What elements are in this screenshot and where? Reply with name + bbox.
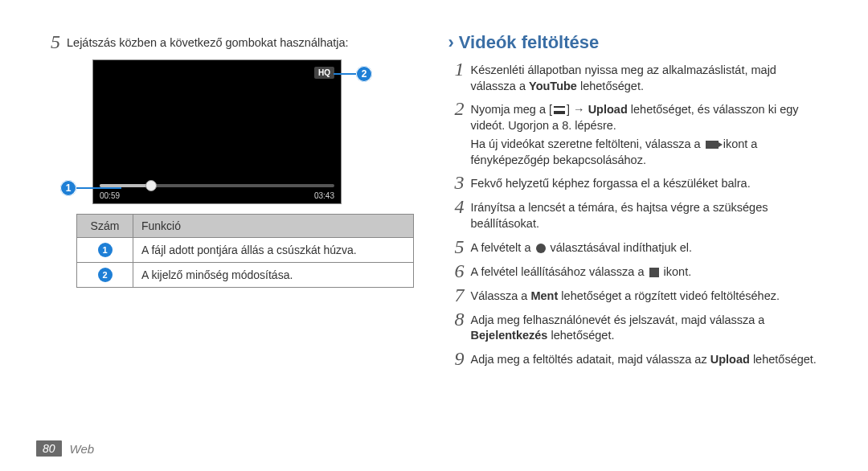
bold-text: Upload — [710, 353, 750, 366]
step-5: 5 Lejátszás közben a következő gombokat … — [44, 32, 420, 51]
function-table: Szám Funkció 1 A fájl adott pontjára áll… — [76, 214, 414, 288]
step-6: 6 A felvétel leállításához válassza a ik… — [448, 261, 825, 281]
chevron-icon: › — [448, 32, 454, 53]
menu-icon — [554, 106, 565, 114]
th-number: Szám — [77, 215, 133, 238]
step-number: 5 — [44, 32, 67, 51]
callout-circle-2: 2 — [356, 66, 372, 82]
step-2: 2 Nyomja meg a [] → Upload lehetőséget, … — [448, 99, 825, 168]
hq-badge[interactable]: HQ — [314, 67, 334, 79]
table-row: 2 A kijelző minőség módosítása. — [77, 263, 414, 288]
record-icon — [536, 244, 546, 253]
total-time: 03:43 — [314, 191, 334, 200]
td-function: A fájl adott pontjára állás a csúszkát h… — [133, 238, 414, 263]
step-number: 1 — [448, 59, 471, 79]
text: lehetőséget a rögzített videó feltöltésé… — [558, 289, 780, 302]
callout-circle-1: 1 — [60, 180, 76, 196]
step-4: 4 Irányítsa a lencsét a témára, és hajts… — [448, 197, 825, 231]
step-text: Készenléti állapotban nyissa meg az alka… — [471, 59, 825, 94]
text: lehetőséget. — [547, 329, 614, 342]
step-text: Irányítsa a lencsét a témára, és hajtsa … — [471, 197, 825, 231]
step-number: 7 — [448, 285, 471, 305]
th-function: Funkció — [133, 215, 414, 238]
step-text: Adja meg felhasználónevét és jelszavát, … — [471, 309, 825, 344]
section-title: › Videók feltöltése — [448, 32, 825, 53]
camera-icon — [706, 141, 719, 149]
bold-text: YouTube — [529, 80, 577, 92]
step-5: 5 A felvételt a választásával indíthatju… — [448, 237, 825, 256]
step-number: 9 — [448, 349, 471, 368]
page-container: 5 Lejátszás közben a következő gombokat … — [0, 0, 868, 381]
bold-text: Upload — [588, 103, 628, 116]
seek-bar[interactable] — [93, 184, 341, 187]
text: Ha új videókat szeretne feltölteni, vála… — [471, 137, 704, 150]
text: A felvétel leállításához válassza a — [471, 265, 648, 278]
text: lehetőséget. — [750, 353, 817, 366]
step-number: 2 — [448, 99, 471, 118]
bold-text: Bejelentkezés — [471, 329, 548, 342]
step-text: A felvételt a választásával indíthatjuk … — [471, 237, 693, 256]
section-title-text: Videók feltöltése — [459, 32, 599, 53]
row-badge: 2 — [98, 268, 113, 282]
table-row: 1 A fájl adott pontjára állás a csúszkát… — [77, 238, 414, 263]
bold-text: Ment — [530, 289, 558, 302]
page-number: 80 — [36, 440, 62, 457]
callout-1: 1 — [60, 180, 121, 196]
step-text: Válassza a Ment lehetőséget a rögzített … — [471, 285, 780, 305]
callout-line — [76, 187, 121, 189]
seek-thumb[interactable] — [145, 180, 157, 191]
step-number: 8 — [448, 309, 471, 329]
left-column: 5 Lejátszás közben a következő gombokat … — [44, 32, 420, 373]
text: Adja meg felhasználónevét és jelszavát, … — [471, 313, 765, 326]
td-function: A kijelző minőség módosítása. — [133, 263, 414, 288]
text: lehetőséget. — [577, 80, 644, 92]
seek-track[interactable] — [100, 184, 334, 187]
text: ] → — [567, 103, 588, 116]
callout-2: 2 — [334, 66, 372, 82]
section-name: Web — [70, 442, 95, 456]
callout-line — [334, 73, 356, 75]
text: A felvételt a — [471, 241, 534, 254]
step-9: 9 Adja meg a feltöltés adatait, majd vál… — [448, 349, 825, 368]
page-footer: 80 Web — [36, 440, 94, 457]
step-3: 3 Fekvő helyzetű képhez forgassa el a ké… — [448, 173, 825, 192]
video-preview-wrap: HQ 00:59 03:43 1 2 — [92, 59, 342, 204]
step-text: Fekvő helyzetű képhez forgassa el a kész… — [471, 173, 751, 192]
text: választásával indíthatjuk el. — [547, 241, 693, 254]
step-number: 5 — [448, 237, 471, 256]
step-text: Adja meg a feltöltés adatait, majd válas… — [471, 349, 817, 368]
step-number: 3 — [448, 173, 471, 192]
row-badge: 1 — [98, 243, 113, 257]
right-column: › Videók feltöltése 1 Készenléti állapot… — [448, 32, 825, 373]
step-7: 7 Válassza a Ment lehetőséget a rögzítet… — [448, 285, 825, 305]
step-number: 6 — [448, 261, 471, 281]
step-number: 4 — [448, 197, 471, 216]
table-header-row: Szám Funkció — [77, 215, 414, 238]
td-number: 2 — [77, 263, 133, 288]
video-player[interactable]: HQ 00:59 03:43 — [92, 59, 342, 204]
step-8: 8 Adja meg felhasználónevét és jelszavát… — [448, 309, 825, 344]
step-1: 1 Készenléti állapotban nyissa meg az al… — [448, 59, 825, 94]
text: Válassza a — [471, 289, 531, 302]
text: ikont. — [661, 265, 692, 278]
step-text: A felvétel leállításához válassza a ikon… — [471, 261, 692, 281]
text: Nyomja meg a [ — [471, 103, 553, 116]
step-text: Nyomja meg a [] → Upload lehetőséget, és… — [471, 99, 825, 168]
text: Adja meg a feltöltés adatait, majd válas… — [471, 353, 710, 366]
td-number: 1 — [77, 238, 133, 263]
step-text: Lejátszás közben a következő gombokat ha… — [67, 32, 349, 51]
stop-icon — [649, 268, 659, 277]
